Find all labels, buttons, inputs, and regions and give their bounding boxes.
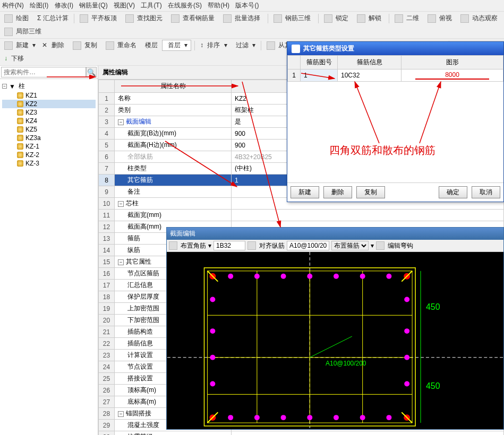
menu-item[interactable]: 工具(T) — [141, 2, 161, 9]
tree-item[interactable]: KZ3a — [2, 134, 96, 142]
new-button[interactable]: 新建 — [291, 186, 319, 198]
menu-item[interactable]: 在线服务(S) — [168, 2, 202, 9]
tree-item[interactable]: KZ2 — [2, 100, 96, 108]
find-button[interactable]: 查找图元 — [123, 13, 167, 24]
sort-button[interactable]: ↕ 排序 ▾ — [198, 40, 229, 51]
property-title: 属性编辑 — [102, 68, 128, 76]
row-number: 19 — [99, 303, 115, 315]
bar3d-button[interactable]: 钢筋三维 — [271, 13, 315, 24]
row-number: 24 — [99, 361, 115, 373]
menu-item[interactable]: 帮助(H) — [208, 2, 229, 9]
tree-item[interactable]: KZ-1 — [2, 142, 96, 151]
menu-item[interactable]: 视图(V) — [114, 2, 135, 9]
ok-button[interactable]: 确定 — [439, 186, 467, 198]
svg-point-17 — [228, 415, 233, 420]
search-input[interactable] — [1, 67, 86, 77]
search-icon — [125, 14, 134, 23]
copy-button[interactable]: 复制 — [356, 186, 385, 198]
filter-button[interactable]: 过滤 ▾ — [232, 40, 258, 51]
prop-name: 其它箍筋 — [115, 175, 232, 186]
tree-item[interactable]: KZ1 — [2, 91, 96, 100]
corner-bar-input[interactable] — [213, 241, 245, 250]
row-number: 16 — [99, 268, 115, 280]
2d-button[interactable]: 二维 — [392, 13, 423, 24]
delete-button[interactable]: ✕ 删除 — [40, 40, 68, 51]
sum-button[interactable]: Σ 汇总计算 — [35, 13, 71, 24]
batch-button[interactable]: 批量选择 — [221, 13, 264, 24]
cancel-button[interactable]: 取消 — [472, 186, 500, 198]
corner-bar-button[interactable]: 布置角筋 — [181, 241, 206, 250]
dynamic-button[interactable]: 动态观察 — [458, 13, 502, 24]
menu-item[interactable]: 版本号() — [235, 2, 259, 9]
viewqty-button[interactable]: 查看钢筋量 — [169, 13, 219, 24]
flat-icon — [80, 14, 88, 23]
dialog-buttons: 新建 删除 复制 确定 取消 — [287, 182, 503, 202]
collapse-icon[interactable]: − — [2, 84, 7, 89]
floor-select[interactable]: 首层 ▾ — [162, 40, 191, 51]
lock-button[interactable]: 锁定 — [322, 13, 353, 24]
row-number: 11 — [99, 210, 115, 221]
menu-item[interactable]: 修改(I) — [55, 2, 73, 9]
row-number: 23 — [99, 350, 115, 361]
row-num: 1 — [288, 69, 301, 82]
table-row[interactable]: 1 1 10C32 8000 — [288, 69, 503, 82]
sidebar: 🔍 − ▼ 柱 KZ1KZ2KZ3KZ4KZ5KZ3aKZ-1KZ-2KZ-3 — [0, 66, 98, 435]
prop-name: 类别 — [115, 105, 232, 116]
prop-name: 名称 — [115, 93, 232, 105]
unlock-button[interactable]: 解锁 — [355, 13, 386, 24]
prop-name: 截面宽(B边)(mm) — [115, 128, 232, 140]
tree-item[interactable]: KZ-3 — [2, 159, 96, 168]
row-number: 28 — [99, 408, 115, 420]
svg-point-20 — [307, 415, 312, 420]
svg-point-29 — [404, 328, 409, 334]
section-editor: 截面编辑 布置角筋 ▾ 对齐纵筋 布置箍筋 ▾ 编辑弯钩 — [166, 227, 504, 430]
row-number: 5 — [99, 140, 115, 151]
look-button[interactable]: 俯视 — [425, 13, 456, 24]
rename-button[interactable]: 重命名 — [104, 40, 141, 51]
menu-item[interactable]: 绘图(I) — [30, 2, 48, 9]
menu-item[interactable]: 构件(N) — [2, 2, 24, 9]
node-icon — [17, 92, 23, 99]
prop-value[interactable] — [232, 431, 504, 436]
tree-item-label: KZ-1 — [25, 143, 39, 150]
section-canvas[interactable]: 450 450 A10@100/200 — [167, 252, 503, 428]
property-row[interactable]: 30抗震等级 — [99, 431, 504, 436]
new-button[interactable]: 新建 ▾ — [2, 40, 38, 51]
hoop-table: 箍筋图号 箍筋信息 图形 1 1 10C32 8000 — [287, 55, 503, 82]
tree-item[interactable]: KZ4 — [2, 117, 96, 125]
local3d-button[interactable]: 局部三维 — [2, 26, 46, 37]
align-input[interactable] — [287, 241, 329, 250]
row-number: 3 — [99, 116, 115, 128]
delete-button[interactable]: 删除 — [323, 186, 352, 198]
cell-info[interactable]: 10C32 — [338, 69, 402, 82]
copy-button[interactable]: 复制 — [71, 40, 101, 51]
menu-item[interactable]: 钢筋量(Q) — [79, 2, 107, 9]
tree-item[interactable]: KZ-2 — [2, 151, 96, 159]
node-icon — [17, 152, 23, 158]
down-button[interactable]: ↓ 下移 — [2, 53, 28, 64]
row-number: 26 — [99, 385, 115, 396]
cell-diagram[interactable]: 1 — [301, 69, 338, 82]
node-icon — [17, 135, 23, 141]
edit-hook-button[interactable]: 编辑弯钩 — [388, 241, 413, 250]
flat-button[interactable]: 平齐板顶 — [78, 13, 121, 24]
draw-button[interactable]: 绘图 — [2, 13, 33, 24]
copy-icon — [73, 41, 81, 50]
component-tree[interactable]: − ▼ 柱 KZ1KZ2KZ3KZ4KZ5KZ3aKZ-1KZ-2KZ-3 — [0, 79, 98, 435]
search-go-button[interactable]: 🔍 — [86, 67, 97, 77]
tree-item[interactable]: KZ3 — [2, 108, 96, 117]
tree-item-label: KZ3 — [25, 109, 37, 116]
property-row[interactable]: 11截面宽(mm) — [99, 210, 504, 221]
align-button[interactable]: 对齐纵筋 — [259, 241, 285, 250]
tree-item[interactable]: KZ5 — [2, 125, 96, 134]
cell-shape[interactable]: 8000 — [402, 69, 503, 82]
tree-item-label: KZ-2 — [25, 151, 39, 159]
tree-root[interactable]: − ▼ 柱 — [2, 81, 96, 91]
unlock-icon — [357, 14, 365, 23]
svg-point-27 — [210, 381, 215, 387]
prop-value[interactable] — [232, 210, 504, 221]
prop-name: 截面宽(mm) — [115, 210, 232, 221]
hoop-select[interactable]: 布置箍筋 — [331, 241, 369, 250]
dialog-title-bar[interactable]: 其它箍筋类型设置 — [287, 42, 503, 55]
tree-root-label: 柱 — [19, 82, 25, 91]
